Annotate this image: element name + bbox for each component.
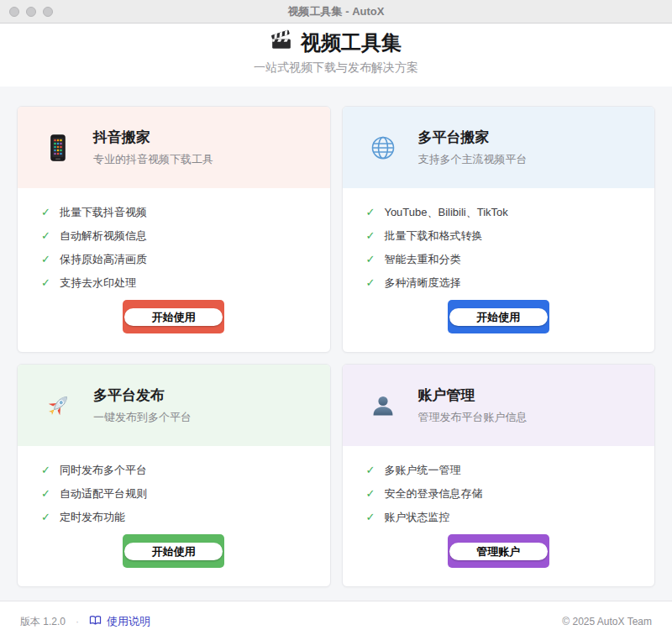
app-window: 视频工具集 - AutoX 视频工具集 (0, 0, 672, 630)
feature-text: 自动适配平台规则 (60, 487, 147, 500)
list-item: ✓定时发布功能 (41, 511, 307, 523)
check-icon: ✓ (41, 487, 50, 500)
page-title: 视频工具集 (0, 29, 672, 56)
list-item: ✓批量下载抖音视频 (41, 206, 307, 218)
check-icon: ✓ (366, 464, 375, 476)
card-subtitle: 支持多个主流视频平台 (418, 152, 528, 167)
card-multiplatform-download-header: 多平台搬家 支持多个主流视频平台 (343, 107, 655, 188)
footer-left: 版本 1.2.0 · 使用说明 (20, 614, 150, 629)
card-subtitle: 一键发布到多个平台 (93, 410, 192, 425)
zoom-window-button[interactable] (43, 7, 53, 17)
card-publish-heading: 多平台发布 一键发布到多个平台 (93, 386, 192, 425)
list-item: ✓支持去水印处理 (41, 276, 307, 289)
check-icon: ✓ (366, 253, 375, 265)
manage-accounts-button[interactable]: 管理账户 (448, 534, 549, 568)
help-link-label: 使用说明 (107, 614, 150, 629)
card-title: 多平台发布 (93, 386, 192, 405)
app-header: 视频工具集 一站式视频下载与发布解决方案 (0, 24, 672, 87)
feature-list: ✓YouTube、Bilibili、TikTok ✓批量下载和格式转换 ✓智能去… (343, 188, 655, 300)
card-multiplatform-download: 多平台搬家 支持多个主流视频平台 ✓YouTube、Bilibili、TikTo… (342, 106, 656, 353)
window-title: 视频工具集 - AutoX (0, 4, 672, 19)
list-item: ✓安全的登录信息存储 (366, 487, 632, 500)
globe-icon (366, 131, 400, 165)
publish-start-button[interactable]: 开始使用 (123, 534, 224, 568)
check-icon: ✓ (366, 276, 375, 289)
minimize-window-button[interactable] (26, 7, 36, 17)
button-label: 开始使用 (124, 308, 223, 326)
button-row: 开始使用 (343, 300, 655, 352)
check-icon: ✓ (366, 511, 375, 523)
main-content: 抖音搬家 专业的抖音视频下载工具 ✓批量下载抖音视频 ✓自动解析视频信息 ✓保持… (0, 87, 672, 601)
list-item: ✓保持原始高清画质 (41, 253, 307, 265)
button-row: 开始使用 (18, 300, 330, 352)
card-publish-header: 多平台发布 一键发布到多个平台 (18, 365, 330, 446)
titlebar: 视频工具集 - AutoX (0, 0, 672, 24)
clapperboard-icon (270, 29, 292, 56)
feature-text: 批量下载和格式转换 (384, 229, 482, 242)
feature-text: 多账户统一管理 (384, 464, 460, 476)
check-icon: ✓ (41, 229, 50, 242)
list-item: ✓账户状态监控 (366, 511, 632, 523)
feature-list: ✓同时发布多个平台 ✓自动适配平台规则 ✓定时发布功能 (18, 446, 330, 534)
footer: 版本 1.2.0 · 使用说明 © 2025 AutoX Team (0, 601, 672, 630)
card-multiplatform-download-heading: 多平台搬家 支持多个主流视频平台 (418, 128, 528, 167)
feature-text: 支持去水印处理 (60, 276, 136, 289)
card-accounts-heading: 账户管理 管理发布平台账户信息 (418, 386, 528, 425)
multiplatform-start-button[interactable]: 开始使用 (448, 300, 549, 333)
page-title-text: 视频工具集 (301, 29, 402, 56)
feature-text: 智能去重和分类 (384, 253, 460, 265)
feature-text: 同时发布多个平台 (60, 464, 147, 476)
check-icon: ✓ (366, 229, 375, 242)
card-douyin-header: 抖音搬家 专业的抖音视频下载工具 (18, 107, 330, 188)
feature-text: 安全的登录信息存储 (384, 487, 482, 500)
check-icon: ✓ (41, 253, 50, 265)
list-item: ✓多账户统一管理 (366, 464, 632, 476)
list-item: ✓批量下载和格式转换 (366, 229, 632, 242)
feature-text: 批量下载抖音视频 (60, 206, 147, 218)
button-label: 开始使用 (449, 308, 548, 326)
douyin-start-button[interactable]: 开始使用 (123, 300, 224, 333)
button-row: 管理账户 (343, 534, 655, 586)
button-row: 开始使用 (18, 534, 330, 586)
card-title: 多平台搬家 (418, 128, 528, 147)
feature-text: 定时发布功能 (60, 511, 125, 523)
feature-text: 账户状态监控 (384, 511, 449, 523)
card-title: 账户管理 (418, 386, 528, 405)
list-item: ✓YouTube、Bilibili、TikTok (366, 206, 632, 218)
feature-text: 保持原始高清画质 (60, 253, 147, 265)
feature-text: YouTube、Bilibili、TikTok (384, 206, 507, 218)
card-accounts: 账户管理 管理发布平台账户信息 ✓多账户统一管理 ✓安全的登录信息存储 ✓账户状… (342, 364, 656, 587)
check-icon: ✓ (41, 464, 50, 476)
feature-text: 多种清晰度选择 (384, 276, 460, 289)
card-grid: 抖音搬家 专业的抖音视频下载工具 ✓批量下载抖音视频 ✓自动解析视频信息 ✓保持… (17, 106, 655, 587)
version-label: 版本 1.2.0 (20, 615, 66, 629)
user-icon (366, 389, 400, 423)
feature-list: ✓批量下载抖音视频 ✓自动解析视频信息 ✓保持原始高清画质 ✓支持去水印处理 (18, 188, 330, 300)
button-label: 开始使用 (124, 543, 223, 560)
book-icon (89, 615, 102, 628)
button-label: 管理账户 (449, 543, 548, 560)
page-subtitle: 一站式视频下载与发布解决方案 (0, 60, 672, 76)
card-douyin-heading: 抖音搬家 专业的抖音视频下载工具 (93, 128, 213, 167)
list-item: ✓自动适配平台规则 (41, 487, 307, 500)
copyright: © 2025 AutoX Team (562, 616, 652, 627)
traffic-lights (9, 7, 53, 17)
list-item: ✓自动解析视频信息 (41, 229, 307, 242)
check-icon: ✓ (41, 276, 50, 289)
footer-separator: · (76, 616, 79, 627)
phone-icon (41, 131, 75, 165)
list-item: ✓多种清晰度选择 (366, 276, 632, 289)
check-icon: ✓ (366, 487, 375, 500)
card-title: 抖音搬家 (93, 128, 213, 147)
card-douyin: 抖音搬家 专业的抖音视频下载工具 ✓批量下载抖音视频 ✓自动解析视频信息 ✓保持… (17, 106, 331, 353)
card-subtitle: 专业的抖音视频下载工具 (93, 152, 213, 167)
help-link[interactable]: 使用说明 (89, 614, 150, 629)
check-icon: ✓ (41, 511, 50, 523)
feature-list: ✓多账户统一管理 ✓安全的登录信息存储 ✓账户状态监控 (343, 446, 655, 534)
feature-text: 自动解析视频信息 (60, 229, 147, 242)
check-icon: ✓ (41, 206, 50, 218)
card-subtitle: 管理发布平台账户信息 (418, 410, 528, 425)
rocket-icon (41, 389, 75, 423)
card-accounts-header: 账户管理 管理发布平台账户信息 (343, 365, 655, 446)
close-window-button[interactable] (9, 7, 19, 17)
